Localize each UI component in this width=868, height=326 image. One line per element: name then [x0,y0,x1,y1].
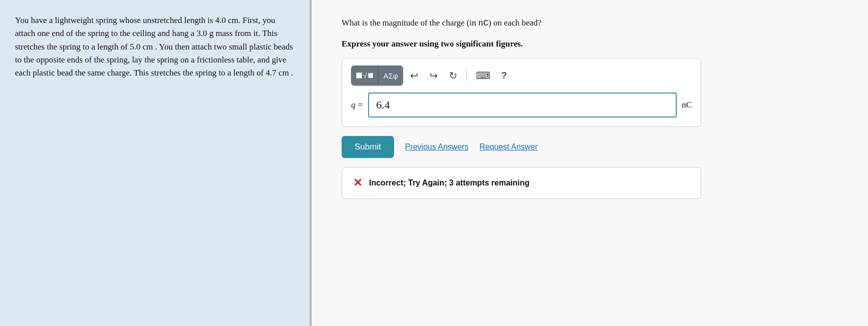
incorrect-icon: ✕ [353,176,362,190]
unit-label: nC [682,100,692,110]
feedback-text: Incorrect; Try Again; 3 attempts remaini… [369,178,529,188]
previous-answers-button[interactable]: Previous Answers [405,142,468,152]
redo-icon: ↪ [430,70,438,81]
symbol-btn[interactable]: √ [351,66,379,86]
refresh-btn[interactable]: ↻ [445,66,461,84]
input-label: q = [351,100,363,110]
right-panel: What is the magnitude of the charge (in … [312,0,868,326]
keyboard-btn[interactable]: ⌨ [472,66,494,84]
help-icon: ? [501,70,507,80]
undo-icon: ↩ [410,70,419,81]
toolbar-separator [466,68,467,82]
submit-button[interactable]: Submit [342,136,394,158]
refresh-icon: ↻ [449,70,457,81]
request-answer-button[interactable]: Request Answer [479,142,538,152]
undo-btn[interactable]: ↩ [406,66,423,84]
answer-input[interactable] [368,92,677,118]
greek-icon: ΑΣφ [384,72,398,80]
math-button-group: √ ΑΣφ [351,66,403,86]
keyboard-icon: ⌨ [476,70,490,81]
answer-box: √ ΑΣφ ↩ ↪ ↻ ⌨ ? [342,58,701,127]
question-text: What is the magnitude of the charge (in … [342,18,838,28]
redo-btn[interactable]: ↪ [426,66,442,84]
help-btn[interactable]: ? [497,68,511,84]
symbol-icon: √ [356,72,373,80]
left-panel: You have a lightweight spring whose unst… [0,0,310,326]
input-row: q = nC [351,92,692,118]
greek-btn[interactable]: ΑΣφ [379,66,403,86]
feedback-box: ✕ Incorrect; Try Again; 3 attempts remai… [342,167,701,199]
action-row: Submit Previous Answers Request Answer [342,136,701,158]
problem-text: You have a lightweight spring whose unst… [15,14,295,80]
answer-instruction: Express your answer using two significan… [342,39,838,49]
toolbar: √ ΑΣφ ↩ ↪ ↻ ⌨ ? [351,66,692,86]
